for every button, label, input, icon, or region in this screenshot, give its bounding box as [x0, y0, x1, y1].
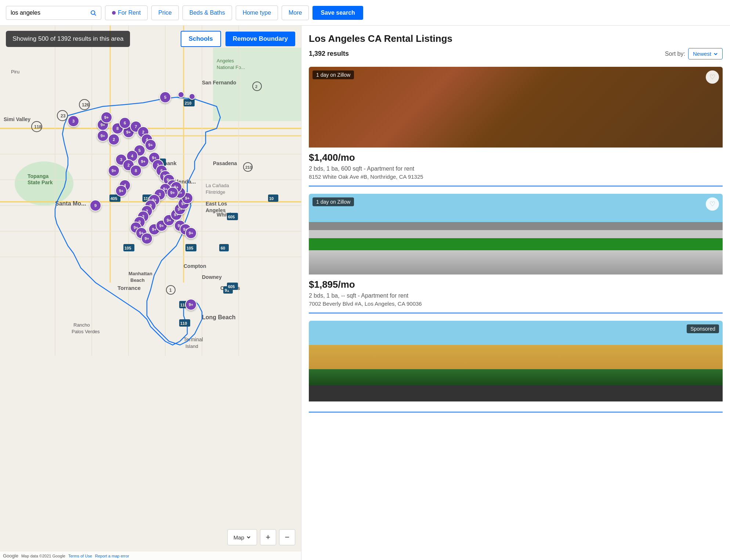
listing-panel: Los Angeles CA Rental Listings 1,392 res… — [301, 26, 730, 560]
map-marker[interactable] — [189, 93, 195, 100]
zoom-out-button[interactable]: − — [279, 529, 295, 545]
showing-text: Showing 500 of 1392 results in this area — [12, 35, 123, 42]
svg-point-0 — [91, 11, 95, 14]
svg-text:Pasadena: Pasadena — [213, 160, 237, 166]
svg-text:Topanga: Topanga — [28, 173, 49, 179]
svg-text:2: 2 — [255, 84, 257, 89]
favorite-button[interactable]: ♡ — [706, 197, 719, 211]
map-marker[interactable]: 9 — [90, 200, 101, 211]
listing-details: 2 bds, 1 ba, 600 sqft - Apartment for re… — [309, 166, 723, 172]
listing-time-badge: 1 day on Zillow — [312, 70, 354, 79]
search-input[interactable] — [11, 10, 87, 16]
sponsored-badge: Sponsored — [687, 324, 719, 333]
listing-meta: 1,392 results Sort by: Newest — [309, 48, 723, 59]
schools-button[interactable]: Schools — [181, 31, 221, 47]
chevron-down-icon — [713, 52, 718, 56]
map-marker[interactable]: 9+ — [185, 299, 197, 310]
zoom-in-button[interactable]: + — [260, 529, 276, 545]
svg-text:East Los: East Los — [206, 201, 227, 207]
listing-title: Los Angeles CA Rental Listings — [309, 33, 723, 44]
chevron-down-icon — [246, 535, 251, 539]
svg-text:126: 126 — [82, 102, 89, 108]
svg-text:Angeles: Angeles — [217, 58, 234, 63]
listing-card[interactable]: 1 day on Zillow ♡ $1,400/mo 2 bds, 1 ba,… — [309, 67, 723, 186]
map-data-text: Map data ©2021 Google — [21, 554, 65, 558]
schools-label: Schools — [189, 35, 213, 42]
save-search-label: Save search — [321, 10, 355, 16]
svg-text:Flintridge: Flintridge — [206, 189, 225, 195]
map-marker[interactable]: 9+ — [101, 112, 112, 123]
sort-option: Newest — [693, 51, 711, 57]
svg-text:National Fo...: National Fo... — [217, 65, 245, 70]
for-rent-label: For Rent — [118, 10, 141, 16]
listing-price: $1,895/mo — [309, 279, 723, 290]
for-rent-button[interactable]: For Rent — [105, 6, 148, 20]
map-marker[interactable]: 9+ — [115, 185, 127, 197]
map-marker[interactable]: 3 — [68, 115, 79, 127]
svg-text:605: 605 — [228, 284, 235, 289]
svg-text:210: 210 — [245, 165, 252, 170]
svg-text:State Park: State Park — [28, 179, 53, 185]
listing-image[interactable]: 1 day on Zillow ♡ — [309, 194, 723, 274]
svg-text:Santa Mo...: Santa Mo... — [55, 200, 86, 207]
svg-text:1: 1 — [169, 288, 172, 293]
home-type-label: Home type — [243, 10, 271, 16]
main-content: Topanga State Park Angeles National Fo..… — [0, 26, 730, 560]
map-type-label: Map — [234, 534, 244, 541]
map-marker[interactable]: 2 — [108, 134, 120, 145]
beds-baths-label: Beds & Baths — [189, 10, 225, 16]
more-label: More — [289, 10, 302, 16]
listings-container: 1 day on Zillow ♡ $1,400/mo 2 bds, 1 ba,… — [309, 67, 723, 412]
svg-text:Compton: Compton — [184, 263, 206, 269]
svg-text:Long Beach: Long Beach — [202, 314, 236, 320]
map-background[interactable]: Topanga State Park Angeles National Fo..… — [0, 26, 301, 560]
listing-image[interactable]: Sponsored — [309, 321, 723, 401]
listing-card[interactable]: 1 day on Zillow ♡ $1,895/mo 2 bds, 1 ba,… — [309, 194, 723, 313]
remove-boundary-button[interactable]: Remove Boundary — [225, 32, 295, 46]
svg-text:Piru: Piru — [11, 69, 19, 74]
svg-text:Torrance: Torrance — [118, 285, 141, 291]
map-marker[interactable]: 9+ — [185, 227, 197, 239]
remove-boundary-label: Remove Boundary — [233, 35, 288, 42]
map-marker[interactable] — [178, 91, 184, 98]
search-icon[interactable] — [90, 9, 97, 17]
listing-card[interactable]: Sponsored — [309, 321, 723, 412]
svg-text:105: 105 — [124, 246, 131, 250]
svg-text:Rancho: Rancho — [73, 322, 90, 328]
sort-by-label: Sort by: — [665, 51, 685, 57]
svg-text:Island: Island — [185, 343, 198, 349]
save-search-button[interactable]: Save search — [312, 6, 363, 20]
svg-text:605: 605 — [228, 215, 235, 219]
map-marker[interactable]: 9+ — [97, 130, 109, 142]
map-marker[interactable]: 9+ — [167, 187, 178, 199]
price-button[interactable]: Price — [151, 6, 178, 20]
svg-text:210: 210 — [185, 101, 191, 105]
map-type-button[interactable]: Map — [227, 529, 257, 545]
svg-line-1 — [94, 14, 96, 15]
home-type-button[interactable]: Home type — [236, 6, 278, 20]
terms-link[interactable]: Terms of Use — [68, 554, 92, 558]
map-marker[interactable]: 9+ — [108, 165, 120, 177]
favorite-button[interactable]: ♡ — [706, 70, 719, 84]
map-marker[interactable]: 6 — [119, 117, 131, 129]
sort-by: Sort by: Newest — [665, 48, 723, 59]
beds-baths-button[interactable]: Beds & Baths — [182, 6, 232, 20]
svg-text:San Fernando: San Fernando — [202, 80, 236, 86]
report-link[interactable]: Report a map error — [95, 554, 129, 558]
map-marker[interactable]: 9+ — [137, 156, 149, 167]
listing-image[interactable]: 1 day on Zillow ♡ — [309, 67, 723, 148]
map-marker[interactable]: 5 — [159, 91, 171, 103]
sort-dropdown[interactable]: Newest — [688, 48, 723, 59]
listing-details: 2 bds, 1 ba, -- sqft - Apartment for ren… — [309, 292, 723, 299]
zoom-in-label: + — [266, 532, 271, 542]
svg-text:405: 405 — [111, 196, 117, 201]
map-overlay-top: Showing 500 of 1392 results in this area… — [0, 26, 301, 52]
google-logo: Google — [3, 553, 18, 559]
showing-results-badge: Showing 500 of 1392 results in this area — [6, 31, 130, 47]
svg-text:118: 118 — [34, 124, 41, 130]
svg-text:Palos Verdes: Palos Verdes — [72, 329, 100, 334]
map-marker[interactable]: 9+ — [145, 139, 156, 151]
svg-text:Simi Valley: Simi Valley — [4, 116, 30, 122]
more-button[interactable]: More — [282, 6, 309, 20]
for-rent-dot — [112, 11, 116, 15]
